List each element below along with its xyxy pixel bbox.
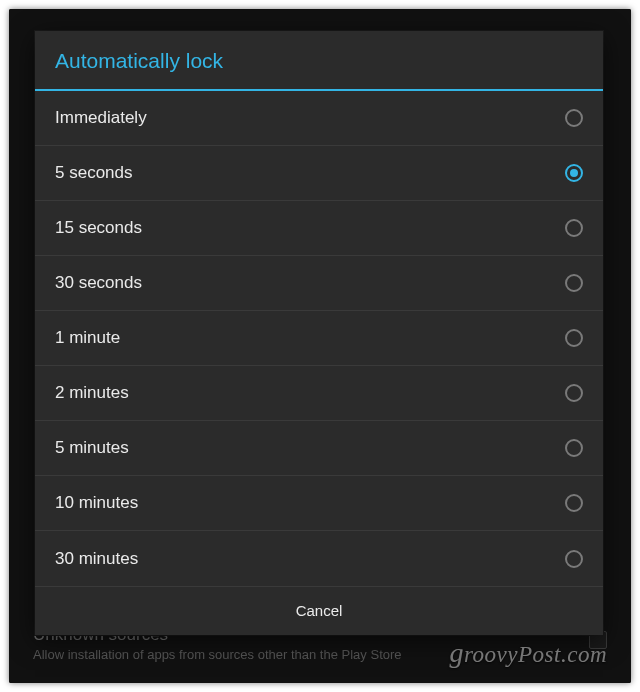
option-label: 2 minutes	[55, 383, 129, 403]
option-label: Immediately	[55, 108, 147, 128]
radio-icon[interactable]	[565, 164, 583, 182]
unknown-sources-subtitle: Allow installation of apps from sources …	[33, 647, 613, 663]
radio-icon[interactable]	[565, 384, 583, 402]
radio-icon[interactable]	[565, 109, 583, 127]
option-label: 10 minutes	[55, 493, 138, 513]
options-list: Immediately5 seconds15 seconds30 seconds…	[35, 91, 603, 586]
option-label: 5 minutes	[55, 438, 129, 458]
option-row[interactable]: 30 minutes	[35, 531, 603, 586]
option-row[interactable]: 2 minutes	[35, 366, 603, 421]
auto-lock-dialog: Automatically lock Immediately5 seconds1…	[35, 31, 603, 635]
option-row[interactable]: 10 minutes	[35, 476, 603, 531]
option-row[interactable]: 5 seconds	[35, 146, 603, 201]
option-label: 30 minutes	[55, 549, 138, 569]
option-row[interactable]: 15 seconds	[35, 201, 603, 256]
option-label: 15 seconds	[55, 218, 142, 238]
option-label: 5 seconds	[55, 163, 133, 183]
dialog-title: Automatically lock	[35, 31, 603, 89]
option-label: 1 minute	[55, 328, 120, 348]
radio-icon[interactable]	[565, 219, 583, 237]
option-label: 30 seconds	[55, 273, 142, 293]
option-row[interactable]: 5 minutes	[35, 421, 603, 476]
device-frame: Unknown sources Allow installation of ap…	[9, 9, 631, 683]
radio-icon[interactable]	[565, 494, 583, 512]
option-row[interactable]: 30 seconds	[35, 256, 603, 311]
cancel-button[interactable]: Cancel	[35, 587, 603, 635]
option-row[interactable]: Immediately	[35, 91, 603, 146]
radio-icon[interactable]	[565, 329, 583, 347]
radio-icon[interactable]	[565, 274, 583, 292]
radio-icon[interactable]	[565, 439, 583, 457]
radio-icon[interactable]	[565, 550, 583, 568]
option-row[interactable]: 1 minute	[35, 311, 603, 366]
